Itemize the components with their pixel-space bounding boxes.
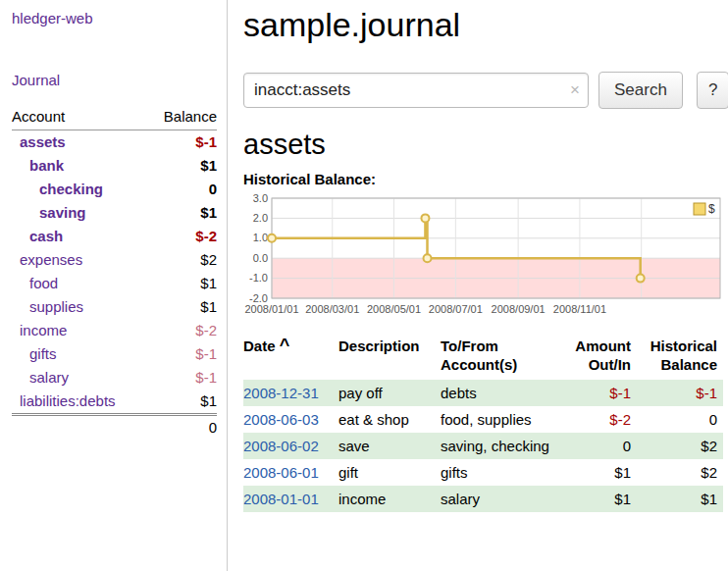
account-row: gifts $-1: [12, 342, 217, 366]
account-row: salary $-1: [12, 366, 217, 389]
transaction-date-link[interactable]: 2008-06-03: [243, 411, 319, 428]
account-link[interactable]: supplies: [29, 298, 83, 315]
account-link[interactable]: bank: [29, 157, 64, 174]
account-link[interactable]: checking: [39, 181, 103, 197]
svg-text:-1.0: -1.0: [249, 272, 268, 284]
account-link[interactable]: saving: [39, 204, 86, 221]
account-balance: $1: [147, 295, 217, 319]
account-balance: $1: [147, 272, 217, 295]
svg-text:-2.0: -2.0: [249, 292, 268, 304]
account-row: income $-2: [12, 319, 217, 342]
transaction-row: 2008-06-03 eat & shop food, supplies $-2…: [243, 406, 723, 433]
transaction-row: 2008-06-02 save saving, checking 0 $2: [243, 433, 723, 459]
svg-text:$: $: [708, 202, 715, 216]
account-link[interactable]: liabilities:debts: [20, 392, 116, 409]
transaction-accounts: gifts: [441, 459, 556, 486]
transaction-balance: $2: [637, 459, 723, 486]
transaction-date-link[interactable]: 2008-06-02: [243, 438, 319, 454]
col-accounts: To/From Account(s): [441, 335, 556, 380]
accounts-total-balance: 0: [147, 415, 217, 441]
sort-ascending-icon: ^: [280, 336, 290, 355]
account-balance: $1: [147, 154, 217, 178]
account-row: expenses $2: [12, 248, 217, 272]
transaction-description: save: [338, 433, 441, 459]
svg-text:2008/03/01: 2008/03/01: [305, 303, 359, 315]
col-description: Description: [338, 335, 441, 380]
col-balance: Historical Balance: [637, 335, 723, 380]
transaction-date-link[interactable]: 2008-06-01: [243, 464, 319, 481]
account-link[interactable]: salary: [29, 369, 69, 386]
account-link[interactable]: gifts: [29, 345, 57, 362]
accounts-table-body: assets $-1 bank $1 checking 0 saving $1 …: [12, 130, 217, 415]
transaction-amount: 0: [556, 433, 637, 459]
account-link[interactable]: food: [29, 275, 58, 291]
transaction-row: 2008-12-31 pay off debts $-1 $-1: [243, 380, 723, 406]
account-balance: $-1: [147, 366, 217, 389]
svg-text:1.0: 1.0: [253, 232, 268, 243]
search-input[interactable]: [243, 73, 589, 108]
accounts-table: Account Balance assets $-1 bank $1 check…: [12, 106, 217, 440]
account-balance: $2: [147, 248, 217, 272]
transaction-balance: $-1: [637, 380, 723, 406]
sidebar: hledger-web Journal Account Balance asse…: [0, 0, 228, 571]
transaction-amount: $-2: [556, 406, 637, 433]
account-balance: $-2: [147, 225, 217, 248]
help-button[interactable]: ?: [697, 72, 728, 109]
account-row: supplies $1: [12, 295, 217, 319]
transaction-description: income: [338, 486, 441, 512]
col-date-label: Date: [243, 337, 276, 354]
svg-text:2.0: 2.0: [253, 212, 268, 224]
transaction-date-link[interactable]: 2008-01-01: [243, 491, 319, 507]
search-button[interactable]: Search: [598, 72, 683, 109]
transaction-balance: $2: [637, 433, 723, 459]
account-row: food $1: [12, 272, 217, 295]
transaction-accounts: debts: [441, 380, 556, 406]
svg-text:2008/09/01: 2008/09/01: [492, 303, 546, 315]
accounts-header-row: Account Balance: [12, 106, 217, 130]
historical-balance-chart: 3.02.01.00.0-1.0-2.02008/01/012008/03/01…: [243, 193, 722, 323]
account-row: cash $-2: [12, 225, 217, 248]
app-root: hledger-web Journal Account Balance asse…: [0, 0, 728, 571]
transaction-accounts: salary: [441, 486, 556, 512]
transaction-amount: $1: [556, 486, 637, 512]
account-heading: assets: [243, 129, 728, 161]
account-link[interactable]: income: [20, 322, 67, 338]
main-content: sample.journal × Search ? assets Histori…: [228, 0, 728, 571]
accounts-header-account: Account: [12, 106, 147, 130]
transaction-amount: $-1: [556, 380, 637, 406]
transaction-row: 2008-06-01 gift gifts $1 $2: [243, 459, 723, 486]
account-row: assets $-1: [12, 130, 217, 155]
transaction-accounts: food, supplies: [441, 406, 556, 433]
account-balance: $1: [147, 389, 217, 415]
svg-text:3.0: 3.0: [253, 193, 268, 204]
app-title-link[interactable]: hledger-web: [12, 10, 217, 26]
chart-title: Historical Balance:: [243, 171, 728, 187]
account-link[interactable]: expenses: [20, 251, 82, 268]
transaction-description: pay off: [338, 380, 441, 406]
account-link[interactable]: assets: [20, 133, 66, 150]
account-balance: $1: [147, 201, 217, 225]
account-row: bank $1: [12, 154, 217, 178]
nav-journal-link[interactable]: Journal: [12, 72, 217, 88]
transaction-accounts: saving, checking: [441, 433, 556, 459]
transaction-description: gift: [338, 459, 441, 486]
account-link[interactable]: cash: [29, 228, 63, 244]
account-balance: 0: [147, 178, 217, 201]
transactions-table-body: 2008-12-31 pay off debts $-1 $-1 2008-06…: [243, 380, 723, 512]
transactions-table: Date ^ Description To/From Account(s) Am…: [243, 335, 723, 512]
clear-search-icon[interactable]: ×: [570, 80, 580, 100]
transaction-balance: $1: [637, 486, 723, 512]
svg-text:0.0: 0.0: [253, 252, 268, 264]
svg-text:2008/05/01: 2008/05/01: [367, 303, 421, 315]
page-title: sample.journal: [243, 6, 728, 44]
search-form: × Search ?: [243, 72, 728, 109]
col-date[interactable]: Date ^: [243, 335, 338, 380]
account-row: saving $1: [12, 201, 217, 225]
transaction-balance: 0: [637, 406, 723, 433]
transaction-amount: $1: [556, 459, 637, 486]
account-balance: $-2: [147, 319, 217, 342]
svg-text:2008/01/01: 2008/01/01: [244, 303, 298, 315]
transaction-date-link[interactable]: 2008-12-31: [243, 385, 319, 401]
account-balance: $-1: [147, 130, 217, 155]
accounts-header-balance: Balance: [147, 106, 217, 130]
